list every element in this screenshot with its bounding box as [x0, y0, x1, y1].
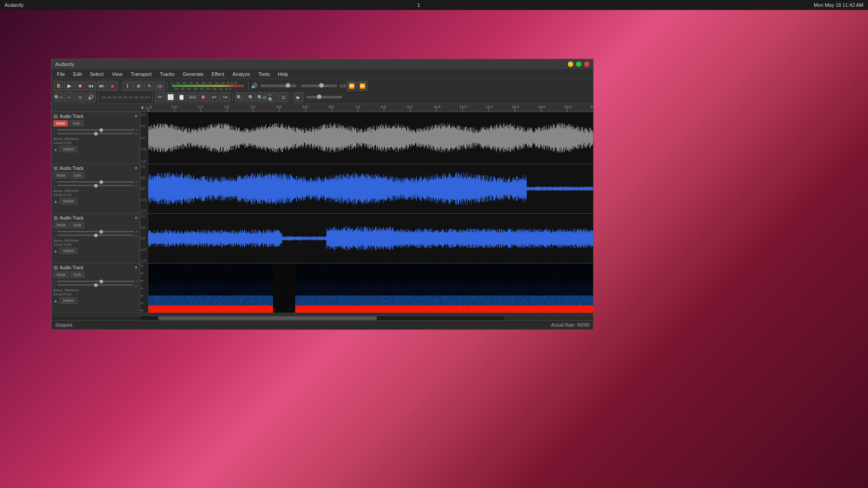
track-2-dropdown[interactable]: ▼: [134, 166, 138, 170]
track-3-mute-button[interactable]: Mute: [53, 222, 69, 228]
speed-thumb[interactable]: [319, 83, 324, 88]
zoom-fit-h-button[interactable]: ⊡: [278, 92, 288, 102]
menu-transport[interactable]: Transport: [127, 70, 156, 78]
pause-button[interactable]: ⏸: [53, 81, 63, 91]
playback-vol-button[interactable]: 🔊: [86, 92, 96, 102]
draw-tool-button[interactable]: ✎: [144, 81, 154, 91]
play-sel-button[interactable]: ▶: [293, 92, 303, 102]
zoom-in-button[interactable]: 🔍+: [53, 92, 63, 102]
select-tool-button[interactable]: I: [123, 81, 132, 91]
track-1-sample-rate: Mono, 96000Hz: [53, 137, 138, 141]
horizontal-scrollbar[interactable]: [52, 315, 593, 320]
time-shift-button[interactable]: ↔: [64, 92, 74, 102]
menu-tools[interactable]: Tools: [255, 70, 274, 78]
skip-start-button[interactable]: ⏮: [86, 81, 96, 91]
track-4-close-button[interactable]: ✕: [53, 266, 58, 270]
track-3-pan-slider[interactable]: [57, 235, 133, 236]
menu-select[interactable]: Select: [86, 70, 108, 78]
copy-button[interactable]: ⬜: [166, 92, 176, 102]
track-3-dropdown[interactable]: ▼: [134, 216, 138, 220]
track-1-pan-slider[interactable]: [57, 133, 133, 134]
track-1-solo-button[interactable]: Solo: [69, 120, 84, 127]
playback-thumb[interactable]: [317, 94, 321, 99]
prev-skip-button[interactable]: ⏪: [347, 81, 357, 91]
volume-thumb[interactable]: [286, 83, 290, 88]
record-button[interactable]: ●: [108, 81, 118, 91]
zoom-width-button[interactable]: ↔🔍: [268, 92, 278, 102]
track-1-waveform[interactable]: 1.0 0.5 0.0 -0.5 -1.0: [140, 112, 593, 164]
track-4-waveform[interactable]: 8k 6k 5k 4k 3k 2k 0k: [140, 263, 593, 313]
zoom-fit-sel-button[interactable]: 🔍⊙: [257, 92, 267, 102]
track-4-solo-button[interactable]: Solo: [70, 272, 85, 278]
track-4-pan-slider[interactable]: [57, 284, 133, 286]
track-4-dropdown[interactable]: ▼: [134, 266, 138, 270]
menu-help[interactable]: Help: [274, 70, 292, 78]
track-1-select-button[interactable]: Select: [60, 146, 77, 152]
minimize-button[interactable]: [568, 61, 573, 67]
speed-slider[interactable]: [301, 84, 337, 87]
track-3-volume-thumb[interactable]: [99, 230, 103, 234]
cut-button[interactable]: ✂: [155, 92, 165, 102]
track-4-select-button[interactable]: Select: [60, 297, 77, 304]
track-3-solo-button[interactable]: Solo: [70, 222, 85, 228]
stop-button[interactable]: ■: [75, 81, 85, 91]
zoom-fit-button[interactable]: ⊙: [75, 92, 85, 102]
track-1-collapse-button[interactable]: ▲: [53, 147, 58, 152]
track-3-waveform[interactable]: 1.0 0.5 0.0 -0.5 -1.0: [140, 214, 593, 263]
track-4-volume-thumb[interactable]: [99, 280, 103, 283]
zoom-out-button[interactable]: 🔍-: [235, 92, 245, 102]
track-2-solo-button[interactable]: Solo: [70, 172, 85, 178]
track-4-pan-thumb[interactable]: [94, 283, 98, 287]
track-2-volume-thumb[interactable]: [99, 180, 103, 184]
playback-slider[interactable]: [306, 96, 342, 99]
multi-tool-button[interactable]: ⊕: [133, 81, 143, 91]
trim-button[interactable]: ⊟⊟: [188, 92, 198, 102]
track-4-volume-slider[interactable]: [57, 281, 135, 282]
next-skip-button[interactable]: ⏩: [358, 81, 368, 91]
track-3-volume-slider[interactable]: [57, 231, 135, 232]
track-2-pan-slider[interactable]: [57, 185, 133, 186]
track-2-volume-slider[interactable]: [57, 181, 135, 183]
track-1-volume-thumb[interactable]: [99, 128, 103, 132]
track-2-close-button[interactable]: ✕: [53, 166, 58, 171]
track-2: ✕ Audio Track ▼ Mute Solo −: [52, 164, 593, 214]
volume-slider[interactable]: [260, 84, 297, 87]
close-button[interactable]: [584, 61, 590, 67]
skip-end-button[interactable]: ⏭: [97, 81, 107, 91]
track-2-waveform[interactable]: 1.0 0.5 0.0 -0.5 -1.0: [140, 164, 593, 213]
meter2-labels: -54 -48 -42 -36 -30 -24 -18 -12 -6 0: [101, 96, 150, 99]
track-2-pan-thumb[interactable]: [94, 184, 98, 188]
redo-button[interactable]: ↪: [220, 92, 230, 102]
track-1-dropdown[interactable]: ▼: [134, 114, 138, 118]
play-button[interactable]: ▶: [64, 81, 74, 91]
track-4-mute-button[interactable]: Mute: [53, 272, 69, 278]
menu-edit[interactable]: Edit: [70, 70, 85, 78]
zoom-sel-button[interactable]: 🔍: [246, 92, 256, 102]
vu-meter-area: L -54-48-42-36-30-24-18-12-60 R -54-48-4…: [172, 81, 244, 90]
track-1-volume-slider[interactable]: [57, 129, 135, 131]
track-1-close-button[interactable]: ✕: [53, 114, 58, 119]
track-2-select-button[interactable]: Select: [60, 198, 77, 204]
track-3-close-button[interactable]: ✕: [53, 216, 58, 221]
track-2-mute-button[interactable]: Mute: [53, 172, 69, 178]
track-1-mute-button[interactable]: Mute: [53, 120, 68, 127]
menu-generate[interactable]: Generate: [179, 70, 207, 78]
scrollbar-track[interactable]: [140, 316, 505, 320]
menu-tracks[interactable]: Tracks: [156, 70, 179, 78]
track-2-collapse-button[interactable]: ▲: [53, 199, 58, 204]
maximize-button[interactable]: [576, 61, 581, 67]
track-1-pan-thumb[interactable]: [94, 132, 98, 136]
track-3-select-button[interactable]: Select: [60, 248, 77, 254]
scrollbar-thumb[interactable]: [158, 316, 377, 320]
menu-view[interactable]: View: [108, 70, 126, 78]
paste-button[interactable]: 📋: [177, 92, 187, 102]
track-3-pan-thumb[interactable]: [94, 234, 98, 237]
menu-effect[interactable]: Effect: [208, 70, 228, 78]
menu-analyze[interactable]: Analyze: [229, 70, 254, 78]
menu-file[interactable]: File: [53, 70, 69, 78]
track-4-collapse-button[interactable]: ▲: [53, 298, 58, 303]
track-3-collapse-button[interactable]: ▲: [53, 249, 58, 253]
gain-tool-button[interactable]: ◁▷: [155, 81, 165, 91]
silence-button[interactable]: 🔇: [198, 92, 208, 102]
undo-button[interactable]: ↩: [209, 92, 219, 102]
